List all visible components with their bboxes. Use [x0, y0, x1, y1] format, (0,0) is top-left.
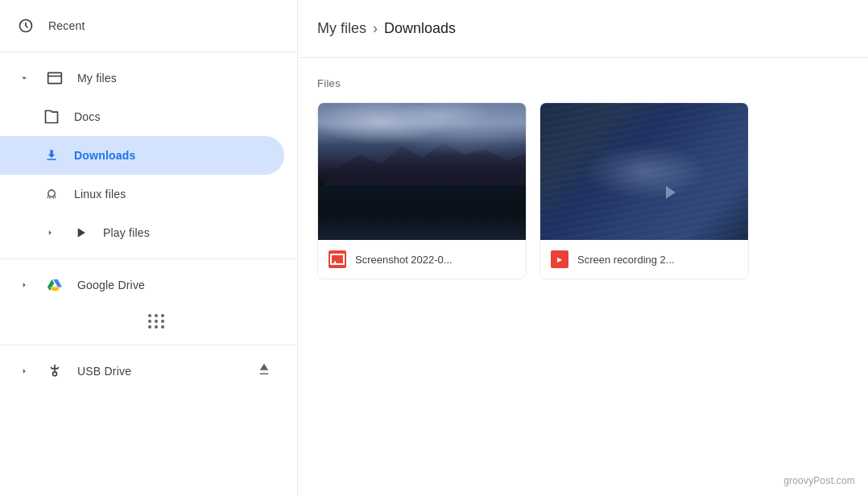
water-thumbnail	[540, 103, 749, 240]
googledrive-icon	[45, 275, 64, 295]
screenrecording-file-name: Screen recording 2...	[577, 254, 675, 266]
sidebar-divider-top	[0, 52, 297, 52]
file-card-screenshot[interactable]: Screenshot 2022-0...	[317, 102, 527, 279]
downloads-icon	[42, 146, 61, 165]
breadcrumb-bar: My files › Downloads	[298, 0, 868, 58]
svg-line-12	[57, 367, 60, 370]
screenshot-file-icon	[328, 250, 347, 269]
sidebar-item-downloads[interactable]: Downloads	[0, 136, 284, 175]
playfiles-icon	[71, 223, 90, 242]
sidebar-item-usbdrive[interactable]: USB Drive	[0, 352, 284, 391]
eject-icon[interactable]	[257, 362, 271, 380]
video-icon	[551, 250, 568, 268]
sidebar-item-myfiles-label: My files	[77, 72, 117, 85]
linuxfiles-icon	[42, 184, 61, 204]
svg-rect-1	[48, 72, 62, 83]
sidebar-item-linuxfiles-label: Linux files	[74, 188, 126, 200]
sidebar-item-docs-label: Docs	[74, 110, 101, 123]
sidebar-divider-middle	[0, 258, 297, 259]
sidebar-item-downloads-label: Downloads	[74, 149, 135, 162]
sidebar-item-googledrive[interactable]: Google Drive	[0, 266, 284, 304]
file-thumbnail-screenrecording	[540, 103, 749, 240]
breadcrumb-downloads: Downloads	[384, 20, 456, 37]
file-info-screenshot: Screenshot 2022-0...	[318, 240, 526, 279]
svg-line-7	[50, 196, 51, 199]
app-container: Recent My files	[0, 0, 868, 496]
sidebar-item-recent[interactable]: Recent	[0, 6, 284, 45]
svg-line-8	[53, 196, 54, 199]
sidebar-divider-bottom	[0, 345, 297, 345]
breadcrumb: My files › Downloads	[317, 20, 456, 37]
googledrive-chevron-icon	[16, 277, 32, 293]
sidebar-item-playfiles-label: Play files	[103, 226, 150, 239]
watermark: groovyPost.com	[783, 475, 855, 486]
files-section: Files Screenshot 2022-0...	[298, 58, 868, 496]
more-items-button[interactable]	[0, 304, 297, 338]
recent-icon	[16, 16, 35, 35]
usbdrive-chevron-icon	[16, 363, 32, 379]
svg-line-5	[48, 195, 49, 198]
files-section-title: Files	[317, 77, 849, 89]
svg-point-10	[53, 372, 57, 376]
myfiles-icon	[45, 68, 64, 88]
sidebar-item-usbdrive-label: USB Drive	[77, 365, 131, 378]
sidebar-item-linuxfiles[interactable]: Linux files	[0, 175, 284, 213]
dots-grid-icon	[148, 314, 165, 329]
sidebar-item-playfiles[interactable]: Play files	[0, 213, 284, 252]
mountains-thumbnail	[318, 103, 527, 240]
sidebar-item-googledrive-label: Google Drive	[77, 279, 145, 291]
breadcrumb-myfiles[interactable]: My files	[317, 20, 366, 37]
sidebar-item-recent-label: Recent	[48, 19, 85, 32]
file-info-screenrecording: Screen recording 2...	[540, 240, 748, 279]
screenshot-file-name: Screenshot 2022-0...	[355, 254, 453, 266]
myfiles-chevron-icon	[16, 70, 32, 86]
file-card-screenrecording[interactable]: Screen recording 2...	[539, 102, 749, 279]
main-content: My files › Downloads Files	[298, 0, 868, 496]
playfiles-chevron-icon	[42, 225, 58, 241]
sidebar-item-docs[interactable]: Docs	[0, 97, 284, 136]
usbdrive-icon	[45, 362, 64, 381]
svg-line-11	[51, 367, 53, 370]
file-thumbnail-screenshot	[318, 103, 527, 240]
sidebar-item-myfiles[interactable]: My files	[0, 59, 284, 97]
screenrecording-file-icon	[550, 250, 569, 269]
svg-rect-3	[47, 159, 56, 160]
breadcrumb-separator: ›	[373, 20, 378, 37]
svg-line-6	[54, 195, 56, 198]
docs-icon	[42, 107, 61, 126]
files-grid: Screenshot 2022-0... Screen record	[317, 102, 849, 279]
sidebar: Recent My files	[0, 0, 298, 496]
image-icon	[329, 250, 346, 268]
